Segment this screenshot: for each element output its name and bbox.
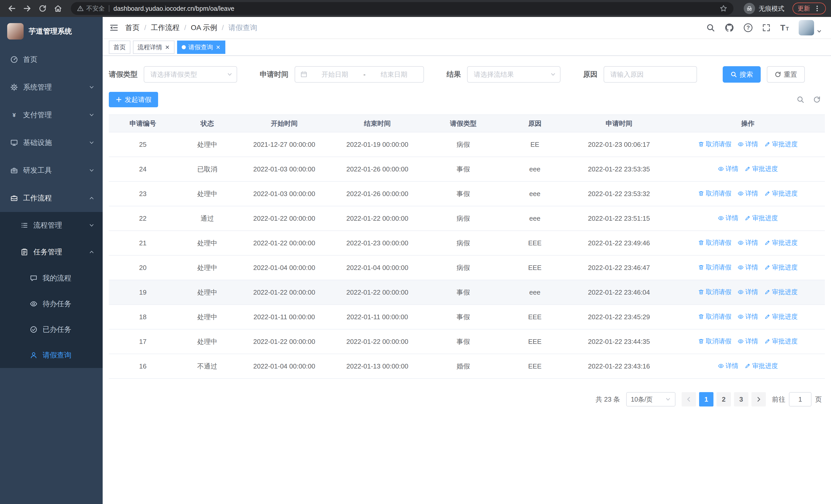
progress-link[interactable]: 审批进度 — [764, 337, 798, 346]
table-header-row: 申请编号状态开始时间结束时间请假类型原因申请时间操作 — [109, 115, 825, 132]
page-size-select[interactable]: 10条/页 — [626, 392, 676, 407]
font-size-icon[interactable] — [780, 24, 789, 32]
leave-type-select[interactable]: 请选择请假类型 — [144, 66, 237, 83]
detail-link[interactable]: 详情 — [738, 312, 758, 321]
reason-filter: 原因 — [583, 66, 697, 83]
sidebar-item-process-mgmt[interactable]: 流程管理 — [0, 212, 103, 239]
fullscreen-icon[interactable] — [762, 24, 770, 32]
browser-update-button[interactable]: 更新 — [793, 3, 826, 14]
leave-type-label: 请假类型 — [109, 69, 138, 79]
sidebar-item-dev-tools[interactable]: 研发工具 — [0, 156, 103, 184]
cancel-link[interactable]: 取消请假 — [698, 140, 732, 148]
create-leave-button[interactable]: 发起请假 — [109, 92, 158, 107]
progress-link[interactable]: 审批进度 — [745, 362, 778, 370]
reset-button[interactable]: 重置 — [767, 66, 805, 83]
home-button[interactable] — [51, 2, 65, 15]
sidebar-item-home[interactable]: 首页 — [0, 46, 103, 73]
cell-apply-time: 2022-01-22 23:51:15 — [567, 206, 671, 231]
bookmark-star-icon[interactable] — [720, 5, 727, 12]
cancel-link[interactable]: 取消请假 — [698, 288, 732, 296]
tab-process-detail[interactable]: 流程详情 — [133, 40, 174, 54]
breadcrumb-item-2[interactable]: OA 示例 — [191, 23, 228, 33]
page-jumper: 前往 页 — [772, 392, 822, 407]
date-range-picker[interactable]: 开始日期 - 结束日期 — [295, 66, 424, 83]
sidebar-item-workflow[interactable]: 工作流程 — [0, 184, 103, 212]
cell-id: 17 — [109, 329, 177, 354]
search-button[interactable]: 搜索 — [723, 66, 761, 83]
topbar: 首页工作流程OA 示例请假查询 — [103, 17, 831, 38]
detail-link[interactable]: 详情 — [718, 214, 738, 222]
detail-link[interactable]: 详情 — [738, 263, 758, 271]
progress-link[interactable]: 审批进度 — [764, 288, 798, 296]
browser-menu-icon[interactable] — [813, 5, 821, 12]
github-icon[interactable] — [725, 23, 734, 32]
progress-link[interactable]: 审批进度 — [764, 140, 798, 148]
detail-link[interactable]: 详情 — [738, 140, 758, 148]
progress-link[interactable]: 审批进度 — [764, 263, 798, 271]
reload-button[interactable] — [36, 2, 49, 15]
page-button-3[interactable]: 3 — [734, 392, 748, 407]
progress-link[interactable]: 审批进度 — [764, 312, 798, 321]
sidebar-item-infrastructure[interactable]: 基础设施 — [0, 129, 103, 156]
detail-link[interactable]: 详情 — [738, 337, 758, 346]
eye-icon — [718, 166, 724, 172]
tab-leave-query[interactable]: 请假查询 — [177, 40, 225, 54]
refresh-table-icon[interactable] — [813, 96, 821, 103]
sidebar-item-task-mgmt[interactable]: 任务管理 — [0, 239, 103, 265]
reason-input[interactable] — [604, 66, 697, 83]
security-warning[interactable]: 不安全 — [77, 4, 105, 12]
sidebar-item-system-mgmt[interactable]: 系统管理 — [0, 73, 103, 101]
collapse-sidebar-icon[interactable] — [103, 17, 125, 38]
address-bar[interactable]: 不安全 dashboard.yudao.iocoder.cn/bpm/oa/le… — [71, 2, 734, 15]
cell-end-time: 2022-01-22 00:00:00 — [331, 329, 424, 354]
table-row: 19处理中2022-01-22 00:00:002022-01-22 00:00… — [109, 280, 825, 305]
detail-link[interactable]: 详情 — [738, 288, 758, 296]
user-menu[interactable] — [799, 20, 822, 35]
detail-link[interactable]: 详情 — [718, 362, 738, 370]
page-button-1[interactable]: 1 — [699, 392, 713, 407]
avatar[interactable] — [799, 20, 814, 35]
result-select[interactable]: 请选择流结果 — [467, 66, 561, 83]
detail-link[interactable]: 详情 — [718, 165, 738, 173]
sidebar-item-payment-mgmt[interactable]: ¥支付管理 — [0, 101, 103, 129]
cell-id: 23 — [109, 181, 177, 206]
cell-reason: EEE — [503, 354, 567, 379]
cancel-link[interactable]: 取消请假 — [698, 312, 732, 321]
sidebar-item-done-task[interactable]: 已办任务 — [0, 317, 103, 342]
sidebar-item-leave-query[interactable]: 请假查询 — [0, 342, 103, 368]
cancel-link[interactable]: 取消请假 — [698, 189, 732, 198]
prev-page-button[interactable] — [682, 392, 696, 407]
close-icon[interactable] — [216, 45, 221, 50]
tab-home[interactable]: 首页 — [109, 40, 131, 54]
next-page-button[interactable] — [751, 392, 766, 407]
breadcrumb-item-0[interactable]: 首页 — [125, 23, 151, 33]
progress-link[interactable]: 审批进度 — [764, 189, 798, 198]
goto-page-input[interactable] — [789, 392, 811, 407]
page-button-2[interactable]: 2 — [717, 392, 731, 407]
cell-id: 20 — [109, 255, 177, 280]
close-icon[interactable] — [165, 45, 170, 50]
toggle-search-icon[interactable] — [797, 96, 804, 103]
chevron-down-icon — [665, 396, 671, 402]
detail-link[interactable]: 详情 — [738, 238, 758, 247]
progress-link[interactable]: 审批进度 — [745, 165, 778, 173]
column-header-6: 申请时间 — [567, 115, 671, 132]
breadcrumb-item-1[interactable]: 工作流程 — [151, 23, 191, 33]
cell-apply-time: 2022-01-22 23:53:35 — [567, 157, 671, 181]
cell-leave-type: 事假 — [424, 329, 503, 354]
sidebar-item-my-process[interactable]: 我的流程 — [0, 265, 103, 291]
forward-button[interactable] — [21, 2, 34, 15]
search-icon[interactable] — [706, 23, 715, 32]
cell-leave-type: 婚假 — [424, 354, 503, 379]
sidebar-item-todo-task[interactable]: 待办任务 — [0, 291, 103, 317]
cancel-link[interactable]: 取消请假 — [698, 263, 732, 271]
eye-icon — [738, 314, 744, 320]
detail-link[interactable]: 详情 — [738, 189, 758, 198]
progress-link[interactable]: 审批进度 — [745, 214, 778, 222]
cancel-link[interactable]: 取消请假 — [698, 238, 732, 247]
cancel-link[interactable]: 取消请假 — [698, 337, 732, 346]
progress-link[interactable]: 审批进度 — [764, 238, 798, 247]
cell-actions: 取消请假详情审批进度 — [671, 329, 825, 354]
help-icon[interactable] — [744, 23, 752, 32]
back-button[interactable] — [5, 2, 19, 15]
